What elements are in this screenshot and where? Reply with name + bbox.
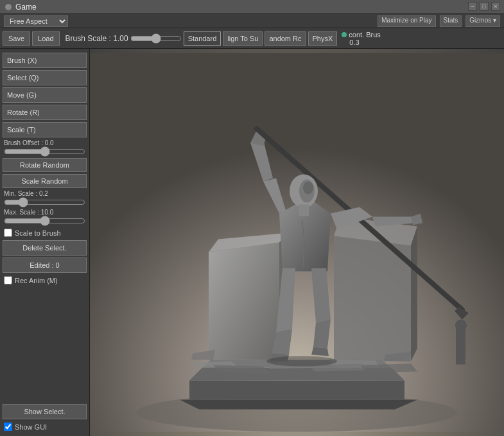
top-toolbar: Free Aspect Maximize on Play Stats Gizmo… [0, 14, 504, 28]
scale-to-brush-checkbox[interactable] [4, 229, 12, 237]
rec-anim-checkbox[interactable] [4, 276, 12, 284]
close-button[interactable]: × [491, 2, 500, 11]
max-scale-row: Max. Scale : 10.0 [3, 209, 87, 225]
window-title: Game [15, 3, 37, 12]
scale-to-brush-label: Scale to Brush [15, 229, 61, 237]
sculpture-svg [90, 49, 504, 436]
svg-rect-38 [456, 329, 465, 365]
main-area: Brush (X) Select (Q) Move (G) Rotate (R)… [0, 49, 504, 436]
show-gui-row: Show GUI [3, 421, 87, 432]
svg-rect-29 [299, 205, 309, 216]
brush-scale-slider[interactable] [130, 33, 182, 44]
scale-tool-button[interactable]: Scale (T) [3, 122, 87, 137]
rec-anim-label: Rec Anim (M) [15, 277, 58, 284]
svg-marker-10 [361, 364, 417, 373]
left-panel: Brush (X) Select (Q) Move (G) Rotate (R)… [0, 49, 90, 436]
delete-select-button[interactable]: Delete Select. [3, 240, 87, 256]
mode-random-button[interactable]: andom Rc [265, 31, 306, 46]
brush-offset-row: Brush Offset : 0.0 [3, 139, 87, 156]
rec-anim-row: Rec Anim (M) [3, 275, 87, 286]
svg-marker-37 [311, 347, 329, 356]
min-scale-slider[interactable] [4, 198, 85, 207]
save-button[interactable]: Save [3, 31, 30, 46]
brush-scale-label: Brush Scale : 1.00 [65, 34, 128, 43]
min-scale-label: Min. Scale : 0.2 [4, 190, 85, 197]
maximize-on-play-button[interactable]: Maximize on Play [378, 15, 435, 27]
cont-brush-label: cont. Brus [349, 31, 381, 39]
select-tool-button[interactable]: Select (Q) [3, 70, 87, 85]
show-select-button[interactable]: Show Select. [3, 404, 87, 419]
scale-to-brush-row: Scale to Brush [3, 227, 87, 238]
mode-align-button[interactable]: lign To Su [223, 31, 263, 46]
gizmos-button[interactable]: Gizmos ▾ [465, 15, 500, 27]
gizmos-area: Maximize on Play Stats Gizmos ▾ [378, 15, 500, 27]
max-scale-label: Max. Scale : 10.0 [4, 209, 85, 216]
scale-random-button[interactable]: Scale Random [3, 174, 87, 188]
mode-standard-button[interactable]: Standard [184, 31, 222, 46]
rotate-tool-button[interactable]: Rotate (R) [3, 105, 87, 120]
mode-physx-button[interactable]: PhysX [308, 31, 338, 46]
brush-offset-label: Brush Offset : 0.0 [4, 139, 85, 146]
maximize-button[interactable]: □ [480, 2, 489, 11]
window-controls: – □ × [468, 2, 500, 11]
cont-brush-value: 0.3 [342, 39, 359, 46]
window-icon [5, 4, 12, 10]
move-tool-button[interactable]: Move (G) [3, 87, 87, 103]
svg-point-39 [455, 320, 467, 331]
viewport-background [90, 49, 504, 436]
show-gui-checkbox[interactable] [4, 423, 12, 431]
svg-marker-11 [209, 243, 279, 360]
second-toolbar: Save Load Brush Scale : 1.00 Standard li… [0, 28, 504, 49]
brush-offset-slider[interactable] [4, 147, 85, 156]
load-button[interactable]: Load [32, 31, 59, 46]
svg-marker-2 [189, 381, 404, 400]
svg-point-28 [303, 182, 313, 195]
base-bottom [180, 400, 417, 410]
cont-brush-area: cont. Brus 0.3 [342, 31, 381, 46]
edited-button[interactable]: Edited : 0 [3, 257, 87, 273]
max-scale-slider[interactable] [4, 216, 85, 225]
brush-tool-button[interactable]: Brush (X) [3, 53, 87, 68]
bottom-section: Show Select. Show GUI [3, 401, 87, 432]
viewport[interactable] [90, 49, 504, 436]
stats-button[interactable]: Stats [440, 15, 462, 27]
rotate-random-button[interactable]: Rotate Random [3, 158, 87, 172]
svg-marker-16 [411, 227, 417, 362]
title-bar: Game – □ × [0, 0, 504, 14]
min-scale-row: Min. Scale : 0.2 [3, 190, 87, 207]
aspect-dropdown[interactable]: Free Aspect [4, 15, 68, 27]
minimize-button[interactable]: – [468, 2, 477, 11]
show-gui-label: Show GUI [15, 423, 47, 431]
cont-brush-indicator [342, 32, 347, 37]
svg-point-42 [266, 356, 337, 367]
